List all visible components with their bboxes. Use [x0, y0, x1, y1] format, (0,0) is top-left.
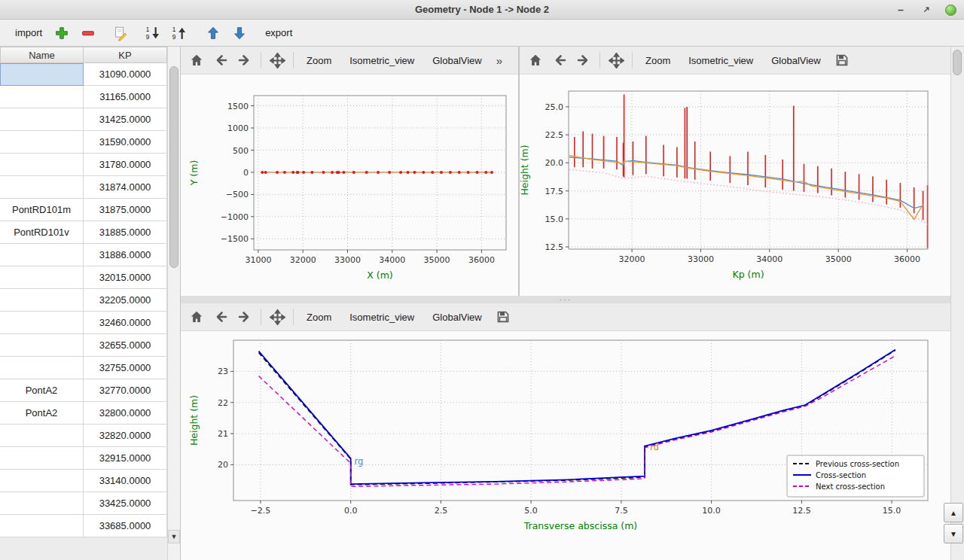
- name-cell[interactable]: [0, 289, 84, 312]
- kp-cell[interactable]: 31885.0000: [84, 221, 167, 244]
- isometric-view-button[interactable]: Isometric_view: [341, 50, 423, 71]
- save-icon: [834, 53, 850, 68]
- zoom-button[interactable]: Zoom: [298, 306, 340, 327]
- edit-button[interactable]: [111, 23, 130, 43]
- spin-down-button[interactable]: ▼: [944, 524, 963, 543]
- kp-cell[interactable]: 31590.0000: [84, 131, 167, 154]
- vertical-scrollbar[interactable]: [950, 47, 964, 560]
- kp-cell[interactable]: 31090.0000: [84, 63, 167, 86]
- move-down-button[interactable]: [230, 23, 249, 43]
- kp-cell[interactable]: 31886.0000: [84, 244, 167, 266]
- back-arrow-icon: [552, 53, 567, 68]
- minimize-button[interactable]: –: [894, 3, 908, 17]
- forward-button[interactable]: [233, 306, 256, 327]
- name-cell[interactable]: [0, 63, 84, 86]
- kp-cell[interactable]: 31165.0000: [84, 86, 167, 108]
- save-button[interactable]: [492, 306, 514, 327]
- kp-cell[interactable]: 32655.0000: [84, 334, 167, 357]
- name-cell[interactable]: [0, 425, 84, 447]
- name-cell[interactable]: [0, 244, 84, 266]
- home-button[interactable]: [185, 50, 208, 71]
- zoom-button[interactable]: Zoom: [298, 50, 340, 71]
- kp-cell[interactable]: 33685.0000: [84, 515, 167, 537]
- forward-arrow-icon: [237, 309, 252, 324]
- svg-text:17.5: 17.5: [545, 187, 564, 196]
- name-cell[interactable]: [0, 176, 84, 199]
- name-cell[interactable]: [0, 334, 84, 357]
- kp-cell[interactable]: 32460.0000: [84, 312, 167, 334]
- remove-row-button[interactable]: [78, 23, 98, 43]
- table-row: 32205.0000: [0, 289, 180, 312]
- table-scroll-down-button[interactable]: ▼: [168, 530, 180, 543]
- kp-cell[interactable]: 33140.0000: [84, 470, 167, 492]
- profile-chart[interactable]: 320003300034000350003600025.022.520.017.…: [520, 75, 950, 296]
- name-cell[interactable]: [0, 266, 84, 289]
- back-button[interactable]: [209, 306, 232, 327]
- kp-cell[interactable]: 33425.0000: [84, 492, 167, 515]
- name-cell[interactable]: [0, 515, 84, 537]
- home-button[interactable]: [524, 50, 547, 71]
- name-cell[interactable]: [0, 470, 84, 492]
- name-cell[interactable]: [0, 357, 84, 379]
- column-header-kp[interactable]: KP: [84, 47, 167, 63]
- import-button[interactable]: import: [12, 27, 45, 38]
- name-cell[interactable]: [0, 108, 84, 131]
- export-button[interactable]: export: [262, 27, 295, 38]
- add-row-button[interactable]: [52, 23, 72, 43]
- vertical-scrollbar-thumb[interactable]: [953, 50, 962, 75]
- sort-ascending-button[interactable]: 1 9: [169, 23, 189, 43]
- name-cell[interactable]: [0, 312, 84, 334]
- name-cell[interactable]: PontA2: [0, 402, 84, 425]
- kp-cell[interactable]: 31780.0000: [84, 154, 167, 176]
- pan-button[interactable]: [266, 50, 288, 71]
- back-button[interactable]: [209, 50, 232, 71]
- table-scrollbar[interactable]: ▼: [167, 47, 180, 560]
- zoom-button[interactable]: Zoom: [637, 50, 679, 71]
- pan-button[interactable]: [605, 50, 627, 71]
- svg-text:−2.5: −2.5: [251, 506, 271, 516]
- kp-cell[interactable]: 32770.0000: [84, 379, 167, 402]
- svg-text:15.0: 15.0: [883, 506, 901, 516]
- kp-cell[interactable]: 32205.0000: [84, 289, 167, 312]
- name-cell[interactable]: [0, 154, 84, 176]
- save-button[interactable]: [831, 50, 853, 71]
- name-cell[interactable]: PontA2: [0, 379, 84, 402]
- kp-cell[interactable]: 31875.0000: [84, 199, 167, 221]
- svg-text:5.0: 5.0: [524, 506, 538, 516]
- toolbar-overflow-button[interactable]: »: [492, 54, 507, 67]
- cross-section-chart[interactable]: −2.50.02.55.07.510.012.515.023222120Tran…: [181, 331, 950, 560]
- svg-text:10.0: 10.0: [702, 506, 721, 516]
- global-view-button[interactable]: GlobalView: [763, 50, 829, 71]
- forward-button[interactable]: [572, 50, 595, 71]
- name-cell[interactable]: [0, 86, 84, 108]
- spin-up-button[interactable]: ▲: [944, 503, 963, 522]
- global-view-button[interactable]: GlobalView: [424, 50, 490, 71]
- pan-button[interactable]: [266, 306, 288, 327]
- column-header-name[interactable]: Name: [0, 47, 84, 63]
- table-scrollbar-thumb[interactable]: [169, 66, 178, 268]
- plan-chart[interactable]: 3100032000330003400035000360001500100050…: [181, 75, 518, 296]
- name-cell[interactable]: PontRD101m: [0, 199, 84, 221]
- kp-cell[interactable]: 32755.0000: [84, 357, 167, 379]
- global-view-button[interactable]: GlobalView: [424, 306, 490, 327]
- kp-cell[interactable]: 32820.0000: [84, 425, 167, 447]
- kp-cell[interactable]: 31874.0000: [84, 176, 167, 199]
- isometric-view-button[interactable]: Isometric_view: [341, 306, 423, 327]
- home-button[interactable]: [185, 306, 208, 327]
- maximize-button[interactable]: [920, 3, 933, 17]
- name-cell[interactable]: PontRD101v: [0, 221, 84, 244]
- kp-cell[interactable]: 32015.0000: [84, 266, 167, 289]
- move-up-button[interactable]: [203, 23, 223, 43]
- name-cell[interactable]: [0, 447, 84, 470]
- name-cell[interactable]: [0, 131, 84, 154]
- forward-button[interactable]: [233, 50, 256, 71]
- back-button[interactable]: [548, 50, 571, 71]
- sort-descending-button[interactable]: 1 9: [143, 23, 163, 43]
- isometric-view-button[interactable]: Isometric_view: [680, 50, 761, 71]
- name-cell[interactable]: [0, 492, 84, 515]
- kp-cell[interactable]: 31425.0000: [84, 108, 167, 131]
- kp-cell[interactable]: 32915.0000: [84, 447, 167, 470]
- close-button[interactable]: [945, 5, 956, 16]
- kp-cell[interactable]: 32800.0000: [84, 402, 167, 425]
- horizontal-splitter[interactable]: ···: [181, 296, 950, 303]
